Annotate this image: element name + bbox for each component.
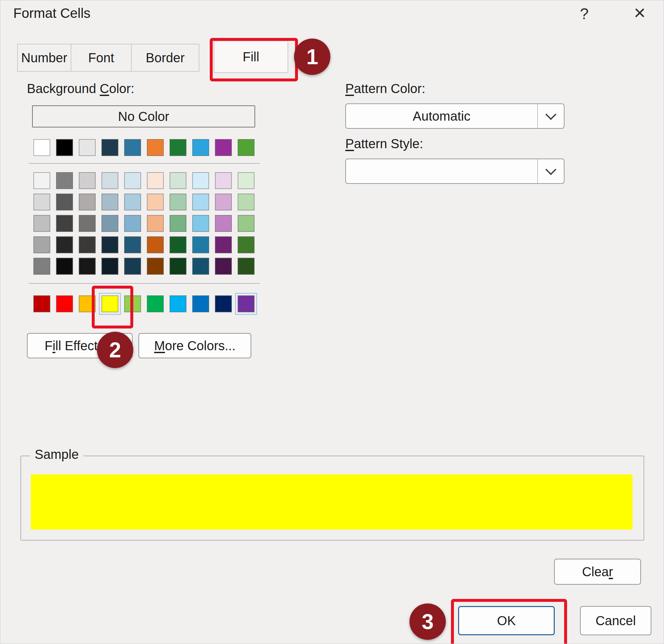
no-color-button[interactable]: No Color: [32, 105, 255, 127]
color-swatch[interactable]: [147, 295, 164, 312]
color-swatch[interactable]: [170, 236, 186, 253]
color-swatch[interactable]: [215, 215, 232, 232]
variant-color-row: [34, 193, 254, 210]
more-colors-button[interactable]: More Colors...: [139, 333, 251, 358]
background-color-label: Background Color:: [27, 81, 134, 96]
standard-color-cell: [215, 295, 232, 312]
color-swatch[interactable]: [192, 172, 209, 189]
color-swatch[interactable]: [238, 258, 254, 275]
color-swatch[interactable]: [124, 193, 141, 210]
color-swatch[interactable]: [79, 236, 96, 253]
color-swatch[interactable]: [124, 215, 141, 232]
color-swatch[interactable]: [124, 236, 141, 253]
color-swatch[interactable]: [102, 193, 118, 210]
color-swatch[interactable]: [147, 236, 164, 253]
color-swatch[interactable]: [102, 258, 118, 275]
sample-color-preview: [31, 474, 632, 529]
color-swatch[interactable]: [215, 258, 232, 275]
color-swatch[interactable]: [102, 236, 118, 253]
color-swatch[interactable]: [34, 193, 50, 210]
color-swatch[interactable]: [192, 258, 209, 275]
color-swatch[interactable]: [79, 295, 96, 312]
pattern-color-select[interactable]: Automatic: [345, 103, 564, 129]
close-icon[interactable]: ×: [627, 1, 653, 24]
standard-color-cell: [34, 295, 50, 312]
color-swatch[interactable]: [147, 193, 164, 210]
color-swatch[interactable]: [124, 295, 141, 312]
color-swatch[interactable]: [56, 236, 73, 253]
color-swatch[interactable]: [147, 215, 164, 232]
color-swatch[interactable]: [147, 139, 164, 156]
pattern-color-dropdown-button[interactable]: [537, 104, 564, 128]
color-swatch[interactable]: [56, 139, 73, 156]
tab-font[interactable]: Font: [71, 44, 132, 72]
help-icon[interactable]: ?: [573, 5, 596, 23]
color-swatch[interactable]: [238, 193, 254, 210]
color-swatch[interactable]: [192, 215, 209, 232]
color-swatch[interactable]: [102, 295, 118, 312]
color-swatch[interactable]: [215, 236, 232, 253]
color-swatch[interactable]: [192, 139, 209, 156]
color-swatch[interactable]: [56, 215, 73, 232]
clear-button[interactable]: Clear: [554, 559, 641, 585]
tab-number[interactable]: Number: [17, 44, 71, 72]
color-swatch[interactable]: [238, 236, 254, 253]
color-swatch[interactable]: [79, 172, 96, 189]
color-swatch[interactable]: [34, 236, 50, 253]
color-swatch[interactable]: [170, 172, 186, 189]
color-swatch[interactable]: [34, 172, 50, 189]
color-swatch[interactable]: [34, 258, 50, 275]
color-swatch[interactable]: [34, 139, 50, 156]
color-swatch[interactable]: [147, 258, 164, 275]
pattern-style-select[interactable]: [345, 159, 564, 184]
color-swatch[interactable]: [124, 258, 141, 275]
tab-fill[interactable]: Fill: [214, 41, 288, 73]
color-swatch[interactable]: [192, 193, 209, 210]
color-swatch[interactable]: [79, 215, 96, 232]
tab-border[interactable]: Border: [131, 44, 200, 72]
color-swatch[interactable]: [56, 258, 73, 275]
color-swatch[interactable]: [215, 193, 232, 210]
sample-label: Sample: [30, 447, 83, 462]
color-swatch[interactable]: [56, 193, 73, 210]
standard-color-cell: [147, 295, 164, 312]
annotation-step-2-badge: 2: [97, 332, 133, 368]
color-swatch[interactable]: [192, 236, 209, 253]
color-swatch[interactable]: [215, 139, 232, 156]
color-swatch[interactable]: [215, 295, 232, 312]
tab-number-label: Number: [21, 50, 67, 65]
variant-color-grid: [34, 172, 254, 275]
standard-color-cell: [102, 295, 118, 312]
chevron-down-icon: [545, 164, 556, 175]
color-swatch[interactable]: [238, 139, 254, 156]
color-swatch[interactable]: [102, 172, 118, 189]
color-swatch[interactable]: [170, 215, 186, 232]
color-swatch[interactable]: [170, 295, 186, 312]
palette-divider-top: [29, 163, 260, 164]
color-swatch[interactable]: [147, 172, 164, 189]
pattern-style-value: [346, 159, 537, 183]
color-swatch[interactable]: [170, 139, 186, 156]
color-swatch[interactable]: [79, 193, 96, 210]
color-swatch[interactable]: [34, 215, 50, 232]
color-swatch[interactable]: [102, 215, 118, 232]
color-swatch[interactable]: [238, 215, 254, 232]
ok-button[interactable]: OK: [458, 606, 555, 635]
standard-color-cell: [56, 295, 73, 312]
color-swatch[interactable]: [79, 258, 96, 275]
cancel-button[interactable]: Cancel: [580, 606, 651, 635]
color-swatch[interactable]: [79, 139, 96, 156]
color-swatch[interactable]: [56, 172, 73, 189]
color-swatch[interactable]: [124, 172, 141, 189]
pattern-style-dropdown-button[interactable]: [537, 159, 564, 183]
color-swatch[interactable]: [170, 193, 186, 210]
color-swatch[interactable]: [124, 139, 141, 156]
color-swatch[interactable]: [215, 172, 232, 189]
color-swatch[interactable]: [170, 258, 186, 275]
color-swatch[interactable]: [56, 295, 73, 312]
color-swatch[interactable]: [192, 295, 209, 312]
color-swatch[interactable]: [102, 139, 118, 156]
color-swatch[interactable]: [238, 295, 254, 312]
color-swatch[interactable]: [238, 172, 254, 189]
color-swatch[interactable]: [34, 295, 50, 312]
